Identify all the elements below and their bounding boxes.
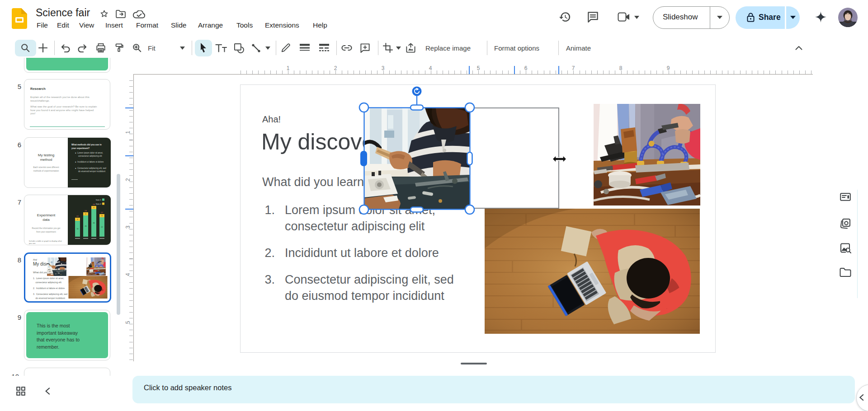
svg-text:6: 6	[85, 213, 86, 215]
svg-text:26: 26	[85, 225, 86, 227]
svg-text:26: 26	[93, 203, 95, 206]
svg-text:6: 6	[101, 215, 102, 217]
svg-text:36: 36	[93, 222, 94, 224]
svg-text:27: 27	[101, 211, 103, 214]
svg-text:6: 6	[77, 219, 78, 220]
svg-text:16: 16	[76, 228, 78, 230]
svg-text:24: 24	[85, 210, 87, 212]
svg-text:Item 2: Item 2	[96, 203, 102, 205]
svg-text:22: 22	[101, 226, 103, 228]
svg-text:6: 6	[93, 207, 94, 209]
svg-text:22: 22	[76, 215, 79, 217]
svg-text:Item 1: Item 1	[96, 199, 102, 201]
